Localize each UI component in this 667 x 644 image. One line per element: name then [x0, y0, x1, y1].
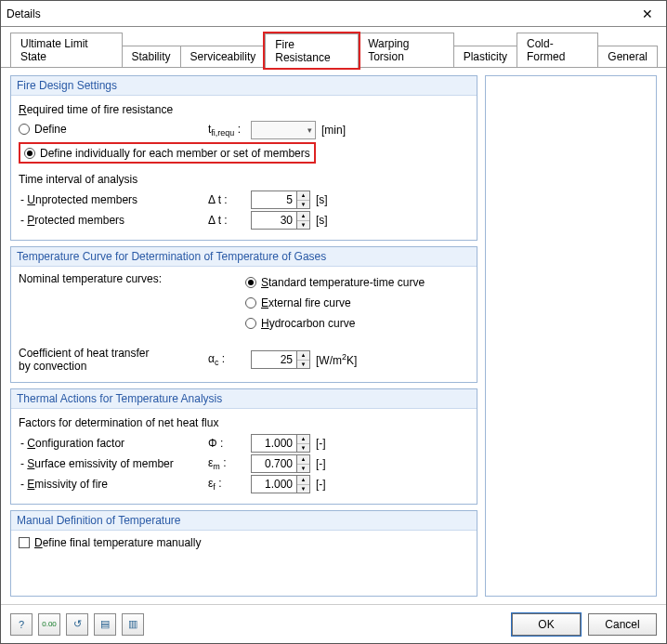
highlight-define-individually: Define individually for each member or s…	[19, 142, 316, 164]
spin-unprotected[interactable]: ▲▼	[251, 191, 310, 209]
details-dialog: Details ✕ Ultimate Limit State Stability…	[0, 0, 667, 644]
label-unprotected: - Unprotected members	[19, 193, 203, 206]
preview-panel	[485, 75, 657, 597]
unit-dimless-2: [-]	[316, 457, 326, 470]
group-temperature-curve: Temperature Curve for Determination of T…	[10, 246, 477, 383]
units-icon[interactable]: 0.00	[38, 613, 60, 636]
symbol-dt-prot: Δ t :	[208, 214, 245, 227]
spin-down-icon[interactable]: ▼	[297, 201, 309, 209]
label-configuration-factor: - Configuration factor	[19, 437, 203, 450]
symbol-eps-m: εm :	[208, 456, 245, 471]
ok-button[interactable]: OK	[512, 613, 581, 636]
group-header-manual: Manual Definition of Temperature	[11, 511, 477, 531]
unit-dimless-1: [-]	[316, 437, 326, 450]
spin-down-icon[interactable]: ▼	[297, 361, 309, 369]
group-header-tcurve: Temperature Curve for Determination of T…	[11, 247, 477, 267]
unit-dimless-3: [-]	[316, 478, 326, 491]
spin-eps-m[interactable]: ▲▼	[251, 454, 310, 473]
spin-up-icon[interactable]: ▲	[297, 435, 309, 444]
radio-define-label: Define	[34, 123, 67, 136]
label-surface-emissivity-member: - Surface emissivity of member	[19, 457, 203, 470]
spin-up-icon[interactable]: ▲	[297, 212, 309, 221]
group-fire-design-settings: Fire Design Settings RRequired time of f…	[10, 75, 477, 241]
titlebar: Details ✕	[1, 1, 666, 27]
radio-define-individually-label: Define individually for each member or s…	[40, 147, 310, 160]
symbol-alpha-c: αc :	[208, 352, 245, 367]
spin-up-icon[interactable]: ▲	[297, 191, 309, 201]
tab-plasticity[interactable]: Plasticity	[453, 46, 517, 67]
radio-hydrocarbon-curve[interactable]: Hydrocarbon curve	[245, 317, 355, 330]
spin-up-icon[interactable]: ▲	[297, 455, 309, 465]
input-eps-f[interactable]	[252, 476, 296, 493]
tab-cold-formed[interactable]: Cold-Formed	[517, 33, 598, 67]
spin-down-icon[interactable]: ▼	[297, 221, 309, 230]
left-column: Fire Design Settings RRequired time of f…	[10, 75, 477, 597]
input-protected[interactable]	[252, 212, 296, 229]
symbol-phi: Φ :	[208, 437, 245, 450]
toolbar-icon-4[interactable]: ▤	[94, 613, 116, 636]
footer: ? 0.00 ↺ ▤ ▥ OK Cancel	[1, 604, 666, 643]
spin-down-icon[interactable]: ▼	[297, 465, 309, 473]
tab-fire-resistance[interactable]: Fire Resistance	[265, 33, 359, 68]
symbol-tfi: tfi,requ :	[208, 123, 245, 138]
input-eps-m[interactable]	[252, 455, 296, 472]
help-icon[interactable]: ?	[10, 613, 33, 636]
window-title: Details	[7, 7, 41, 20]
spin-up-icon[interactable]: ▲	[297, 476, 309, 485]
group-manual-definition: Manual Definition of Temperature Define …	[10, 510, 477, 597]
tab-ultimate-limit-state[interactable]: Ultimate Limit State	[10, 33, 123, 67]
spin-down-icon[interactable]: ▼	[297, 485, 309, 493]
group-thermal-actions: Thermal Actions for Temperature Analysis…	[10, 388, 477, 505]
unit-wmk: [W/m2K]	[316, 352, 357, 367]
unit-s-1: [s]	[316, 193, 328, 206]
radio-external-curve[interactable]: External fire curve	[245, 296, 351, 309]
spin-down-icon[interactable]: ▼	[297, 444, 309, 453]
spin-phi[interactable]: ▲▼	[251, 434, 310, 453]
radio-define-individually[interactable]: Define individually for each member or s…	[24, 147, 310, 160]
tab-warping-torsion[interactable]: Warping Torsion	[358, 33, 453, 67]
group-header-fds: Fire Design Settings	[11, 76, 477, 96]
spin-alpha-c[interactable]: ▲▼	[251, 350, 310, 369]
tab-stability[interactable]: Stability	[122, 46, 181, 67]
content-area: Fire Design Settings RRequired time of f…	[1, 68, 666, 604]
input-phi[interactable]	[252, 435, 296, 452]
tabstrip: Ultimate Limit State Stability Serviceab…	[1, 27, 666, 68]
label-nominal-curves: Nominal temperature curves:	[19, 272, 245, 334]
input-alpha-c[interactable]	[252, 351, 296, 368]
unit-min: [min]	[321, 124, 346, 137]
symbol-eps-f: εf :	[208, 477, 245, 492]
label-time-interval: Time interval of analysis	[19, 173, 469, 186]
label-required-time: RRequired time of fire resistanceequired…	[19, 103, 469, 116]
check-define-final-temp[interactable]: Define final temperature manually	[19, 536, 201, 549]
label-emissivity-fire: - Emissivity of fire	[19, 478, 203, 491]
reset-icon[interactable]: ↺	[66, 613, 88, 636]
input-unprotected[interactable]	[252, 191, 296, 208]
label-factors-net-heat-flux: Factors for determination of net heat fl…	[19, 416, 469, 429]
radio-standard-curve[interactable]: Standard temperature-time curve	[245, 276, 425, 289]
tab-serviceability[interactable]: Serviceability	[180, 46, 267, 67]
cancel-button[interactable]: Cancel	[588, 613, 657, 636]
symbol-dt-unprot: Δ t :	[208, 193, 245, 206]
combo-tfi[interactable]	[251, 121, 316, 139]
radio-define[interactable]: Define	[19, 123, 67, 136]
spin-eps-f[interactable]: ▲▼	[251, 475, 310, 493]
label-coef-heat-transfer: Coefficient of heat transfer by convecti…	[19, 347, 203, 373]
toolbar-icon-5[interactable]: ▥	[122, 613, 144, 636]
tab-general[interactable]: General	[597, 46, 658, 67]
group-header-therm: Thermal Actions for Temperature Analysis	[11, 389, 477, 409]
close-icon[interactable]: ✕	[634, 4, 660, 24]
spin-up-icon[interactable]: ▲	[297, 351, 309, 361]
label-protected: - Protected members	[19, 214, 203, 227]
spin-protected[interactable]: ▲▼	[251, 211, 310, 230]
unit-s-2: [s]	[316, 214, 328, 227]
